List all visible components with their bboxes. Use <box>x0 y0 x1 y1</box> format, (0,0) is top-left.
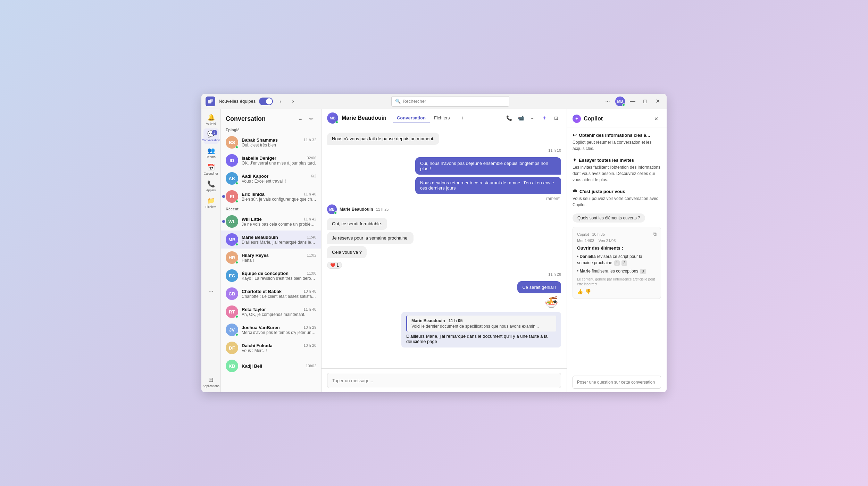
message-bubble: Ce serait génial ! <box>517 281 561 293</box>
user-avatar[interactable]: MB <box>615 97 625 106</box>
conv-preview: Vous : Excellent travail ! <box>242 179 316 184</box>
chat-input[interactable] <box>327 373 561 388</box>
message-group: MB Marie Beaudouin 11 h 25 Oui, ce serai… <box>327 204 561 269</box>
conv-name: Hilary Reyes <box>242 253 269 258</box>
more-icon: ··· <box>208 287 214 295</box>
section-title-text: Obtenir des informations clés à... <box>579 133 650 138</box>
list-item[interactable]: KB Kadji Bell 10h02 <box>221 357 321 375</box>
copilot-input[interactable] <box>573 376 661 389</box>
message-bubble: Oui, ce serait formidable. <box>327 218 387 230</box>
teams-logo-icon <box>206 97 215 106</box>
sidebar-item-fichiers-label: Fichiers <box>206 205 217 209</box>
list-item[interactable]: WL Will Little 11 h 42 Je ne vois pas ce… <box>221 212 321 231</box>
copy-icon[interactable]: ⧉ <box>653 231 657 237</box>
copilot-body: ↩ Obtenir des informations clés à... Cop… <box>567 127 667 372</box>
avatar: EC <box>226 269 238 282</box>
conv-name: Reta Taylor <box>242 307 266 312</box>
thumbs-up-button[interactable]: 👍 <box>577 289 583 294</box>
list-item[interactable]: DF Daichi Fukuda 10 h 20 Vous : Merci ! <box>221 339 321 357</box>
conv-preview: Vous : Merci ! <box>242 348 316 353</box>
sidebar-item-activite[interactable]: 🔔 Activité <box>203 112 219 127</box>
maximize-button[interactable]: □ <box>640 97 650 106</box>
list-item[interactable]: AK Aadi Kapoor 6/2 Vous : Excellent trav… <box>221 169 321 187</box>
conv-info: Charlotte et Babak 10 h 48 Charlotte : L… <box>242 289 316 299</box>
quoted-text: Voici le dernier document de spécificati… <box>411 324 552 329</box>
conv-info: Joshua VanBuren 10 h 29 Merci d'avoir pr… <box>242 325 316 335</box>
copilot-section-title: 👁 C'est juste pour vous <box>573 188 661 194</box>
online-status-dot <box>334 211 337 214</box>
files-icon: 📁 <box>207 197 215 204</box>
title-bar-right: ··· MB — □ ✕ <box>603 97 662 106</box>
video-call-button[interactable]: 📹 <box>516 113 526 123</box>
conv-preview: Oui, c'est très bien <box>242 143 316 148</box>
chat-more-button[interactable]: ··· <box>528 113 537 123</box>
list-item[interactable]: JV Joshua VanBuren 10 h 29 Merci d'avoir… <box>221 321 321 339</box>
sidebar-item-applications-label: Applications <box>202 384 219 388</box>
sidebar-item-calendrier[interactable]: 📅 Calendrier <box>203 162 219 177</box>
thumbs-down-button[interactable]: 👎 <box>585 289 591 294</box>
section-title-text: Essayer toutes les invites <box>579 158 634 163</box>
copilot-button[interactable]: ✦ <box>540 113 549 123</box>
more-options-button[interactable]: ··· <box>603 97 612 106</box>
sidebar-item-appels[interactable]: 📞 Appels <box>203 178 219 194</box>
search-bar[interactable]: 🔍 Rechercher <box>391 96 509 107</box>
num-badge: 2 <box>621 260 627 266</box>
nav-forward-button[interactable]: › <box>288 97 298 106</box>
list-item[interactable]: ID Isabelle Deniger 02/06 OK. J'enverrai… <box>221 151 321 169</box>
nouvelles-equipes-toggle[interactable] <box>259 98 273 105</box>
tab-fichiers[interactable]: Fichiers <box>430 113 454 123</box>
list-item[interactable]: RT Reta Taylor 11 h 40 Ah, OK, je compre… <box>221 303 321 321</box>
section-title-text: C'est juste pour vous <box>579 189 625 194</box>
minimize-button[interactable]: — <box>628 97 637 106</box>
sidebar-item-fichiers[interactable]: 📁 Fichiers <box>203 195 219 210</box>
conv-list-actions: ≡ ✏ <box>295 114 316 124</box>
conv-name: Marie Beaudouin <box>242 235 278 240</box>
sidebar-item-teams[interactable]: 👥 Teams <box>203 145 219 160</box>
tab-conversation[interactable]: Conversation <box>393 113 430 123</box>
sidebar-item-more[interactable]: ··· <box>203 285 219 300</box>
quoted-sender: Marie Beaudouin 11 h 05 <box>411 318 552 323</box>
conv-preview: Charlotte : Le client était assez satisf… <box>242 294 316 299</box>
chat-header-actions: 📞 📹 ··· ✦ ⊡ <box>504 113 561 123</box>
recent-section-label: Récent <box>221 206 321 212</box>
online-status-dot <box>235 333 238 336</box>
call-button[interactable]: 📞 <box>504 113 514 123</box>
suggested-query-button[interactable]: Quels sont les éléments ouverts ? <box>573 213 645 223</box>
copilot-close-button[interactable]: ✕ <box>651 114 661 124</box>
filter-button[interactable]: ≡ <box>295 114 305 124</box>
conv-info: Marie Beaudouin 11:40 D'ailleurs Marie, … <box>242 235 316 245</box>
copilot-footer <box>567 372 667 392</box>
conv-list-title: Conversation <box>226 115 266 123</box>
list-item[interactable]: HR Hilary Reyes 11:02 Haha ! <box>221 249 321 267</box>
sidebar-item-appels-label: Appels <box>206 188 216 192</box>
copilot-result-item: • Daniella révisera ce script pour la se… <box>577 253 657 266</box>
conv-time: 11:00 <box>307 271 316 275</box>
conv-name: Isabelle Deniger <box>242 156 276 161</box>
message-group: Nous n'avons pas fait de pause depuis un… <box>327 133 561 145</box>
list-item[interactable]: EI Eric Ishida 11 h 40 Bien sûr, je vais… <box>221 187 321 206</box>
message-bubble: Je réserve pour la semaine prochaine. <box>327 232 414 244</box>
add-tab-button[interactable]: + <box>458 113 467 123</box>
new-chat-button[interactable]: ✏ <box>307 114 316 124</box>
list-item[interactable]: BS Babak Shammas 11 h 32 Oui, c'est très… <box>221 133 321 151</box>
sender-name: Marie Beaudouin <box>340 207 373 212</box>
message-group: Marie Beaudouin 11 h 05 Voici le dernier… <box>327 312 561 347</box>
chat-input-area <box>322 368 567 392</box>
close-button[interactable]: ✕ <box>653 97 662 106</box>
chat-header: MB Marie Beaudouin Conversation Fichiers… <box>322 109 567 127</box>
list-item[interactable]: EC Équipe de conception 11:00 Kayo : La … <box>221 267 321 285</box>
avatar: AK <box>226 172 238 185</box>
online-status-dot <box>235 243 238 246</box>
list-item[interactable]: CB Charlotte et Babak 10 h 48 Charlotte … <box>221 285 321 303</box>
conv-preview: Je ne vois pas cela comme un problème. P… <box>242 222 316 227</box>
nav-back-button[interactable]: ‹ <box>276 97 285 106</box>
expand-button[interactable]: ⊡ <box>551 113 561 123</box>
conv-preview: Merci d'avoir pris le temps d'y jeter un… <box>242 330 316 335</box>
reaction-button[interactable]: ❤️ 1 <box>327 262 342 269</box>
conv-preview: Kayo : La révision s'est très bien dérou… <box>242 276 316 281</box>
online-status-dot <box>335 121 338 124</box>
copilot-result-sender: Copilot 10 h 35 <box>577 232 605 236</box>
sidebar-item-conversation[interactable]: 2 💬 Conversation <box>203 128 219 144</box>
list-item[interactable]: MB Marie Beaudouin 11:40 D'ailleurs Mari… <box>221 231 321 249</box>
sidebar-item-applications[interactable]: ⊞ Applications <box>203 374 219 389</box>
